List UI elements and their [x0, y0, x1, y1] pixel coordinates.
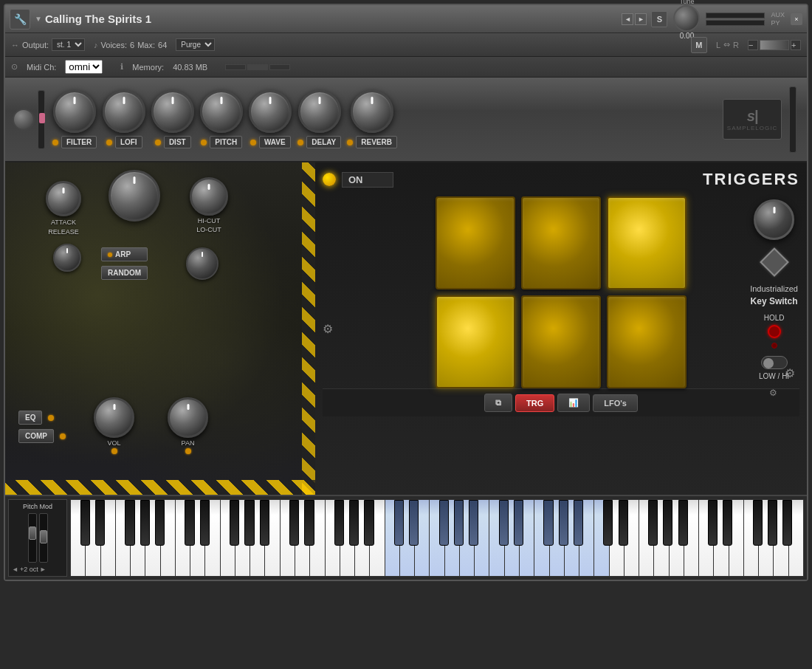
knob-filter[interactable] [53, 90, 96, 133]
black-key-6-4[interactable] [782, 500, 792, 546]
level-bar-top[interactable] [706, 13, 765, 18]
tab-env[interactable]: 📊 [557, 394, 590, 412]
locut-bottom-knob[interactable] [186, 247, 219, 280]
black-key-0-4[interactable] [155, 500, 165, 546]
pad-1[interactable] [436, 196, 515, 289]
black-key-0-3[interactable] [140, 500, 150, 546]
center-large-knob[interactable] [109, 170, 160, 222]
black-key-5-4[interactable] [678, 500, 688, 546]
effect-label-filter[interactable]: FILTER [61, 136, 97, 148]
black-key-2-3[interactable] [349, 500, 359, 546]
comp-button[interactable]: COMP [18, 429, 54, 443]
black-key-5-1[interactable] [619, 500, 628, 546]
effect-label-wave[interactable]: WAVE [259, 136, 291, 148]
black-key-4-1[interactable] [514, 500, 523, 546]
black-key-1-3[interactable] [244, 500, 254, 546]
knob-lofi[interactable] [103, 90, 145, 133]
black-key-5-2[interactable] [648, 500, 658, 546]
black-key-1-4[interactable] [260, 500, 269, 546]
nav-prev[interactable]: ◄ [622, 13, 633, 25]
knob-pitch[interactable] [200, 90, 243, 133]
effect-label-reverb[interactable]: REVERB [356, 136, 397, 148]
effect-label-dist[interactable]: DIST [164, 136, 191, 148]
tab-mixer[interactable]: ⧉ [484, 394, 512, 412]
hi-cut-knob[interactable] [190, 177, 228, 216]
black-key-3-4[interactable] [469, 500, 478, 546]
effect-label-pitch[interactable]: PITCH [210, 136, 242, 148]
close-button[interactable]: × [791, 13, 802, 25]
mute-button[interactable]: M [691, 37, 707, 53]
knob-reverb[interactable] [351, 90, 393, 133]
black-key-1-1[interactable] [200, 500, 210, 546]
midi-select[interactable]: omni [65, 60, 103, 74]
pad-4[interactable] [436, 295, 515, 388]
black-key-6-2[interactable] [753, 500, 763, 546]
black-key-3-1[interactable] [409, 500, 419, 546]
vol-minus[interactable]: − [748, 40, 758, 50]
knob-wave[interactable] [249, 90, 292, 133]
pad-5[interactable] [521, 295, 601, 388]
pan-knob[interactable] [168, 397, 208, 438]
black-key-3-0[interactable] [394, 500, 404, 546]
octave-left-arrow[interactable]: ◄ [12, 566, 18, 573]
black-key-3-2[interactable] [439, 500, 449, 546]
vol-plus[interactable]: + [791, 40, 801, 50]
right-bottom-gear[interactable]: ⚙ [769, 388, 780, 398]
black-key-6-1[interactable] [723, 500, 732, 546]
tab-trg[interactable]: TRG [515, 394, 554, 412]
black-key-2-2[interactable] [334, 500, 344, 546]
effects-left-knob[interactable] [13, 109, 35, 131]
effect-label-lofi[interactable]: LOFI [115, 136, 142, 148]
black-key-2-0[interactable] [289, 500, 299, 546]
black-key-0-0[interactable] [80, 500, 90, 546]
black-key-1-2[interactable] [230, 500, 239, 546]
pad-2[interactable] [521, 196, 601, 289]
knob-delay[interactable] [298, 90, 341, 133]
pad-3[interactable] [607, 196, 687, 289]
solo-button[interactable]: S [651, 11, 667, 27]
black-key-2-4[interactable] [364, 500, 374, 546]
tab-lfo[interactable]: LFO's [593, 394, 638, 412]
purge-select[interactable]: Purge [176, 38, 215, 51]
black-key-3-3[interactable] [454, 500, 464, 546]
tune-knob[interactable] [673, 5, 700, 32]
black-key-0-1[interactable] [95, 500, 105, 546]
vertical-slider-left[interactable] [38, 90, 45, 149]
black-key-4-4[interactable] [574, 500, 583, 546]
vol-knob[interactable] [94, 397, 134, 438]
pitch-slider-2[interactable] [39, 513, 48, 563]
black-key-4-0[interactable] [499, 500, 509, 546]
level-bar-bottom[interactable] [706, 20, 765, 26]
pad-6[interactable] [607, 295, 687, 388]
effect-label-delay[interactable]: DELAY [306, 136, 341, 148]
eq-button[interactable]: EQ [18, 411, 42, 425]
black-key-6-0[interactable] [708, 500, 718, 546]
low-hi-toggle[interactable] [761, 356, 788, 369]
secondary-knob[interactable] [53, 244, 81, 272]
on-led[interactable] [323, 173, 336, 186]
black-key-2-1[interactable] [304, 500, 314, 546]
vertical-slider-right[interactable] [789, 86, 796, 153]
black-key-5-3[interactable] [663, 500, 672, 546]
black-key-1-0[interactable] [185, 500, 194, 546]
pitch-slider-1[interactable] [28, 513, 37, 563]
on-label[interactable]: ON [342, 172, 393, 188]
left-gear-icon[interactable]: ⚙ [323, 322, 337, 337]
black-key-4-2[interactable] [543, 500, 553, 546]
dropdown-arrow[interactable]: ▼ [35, 15, 42, 23]
volume-bar[interactable] [760, 40, 789, 50]
arp-button[interactable]: ARP [101, 247, 148, 261]
black-key-4-3[interactable] [559, 500, 568, 546]
black-key-0-2[interactable] [125, 500, 134, 546]
random-button[interactable]: RANDOM [101, 266, 148, 280]
wrench-icon[interactable]: 🔧 [10, 9, 30, 30]
fx-knob[interactable] [754, 199, 794, 240]
diamond-icon[interactable] [760, 247, 789, 277]
octave-right-arrow[interactable]: ► [40, 566, 47, 573]
black-key-6-3[interactable] [768, 500, 777, 546]
output-select[interactable]: st. 1 [52, 38, 85, 51]
black-key-5-0[interactable] [603, 500, 613, 546]
hold-toggle[interactable] [768, 325, 781, 338]
knob-dist[interactable] [151, 90, 194, 133]
attack-release-knob[interactable] [46, 181, 81, 216]
